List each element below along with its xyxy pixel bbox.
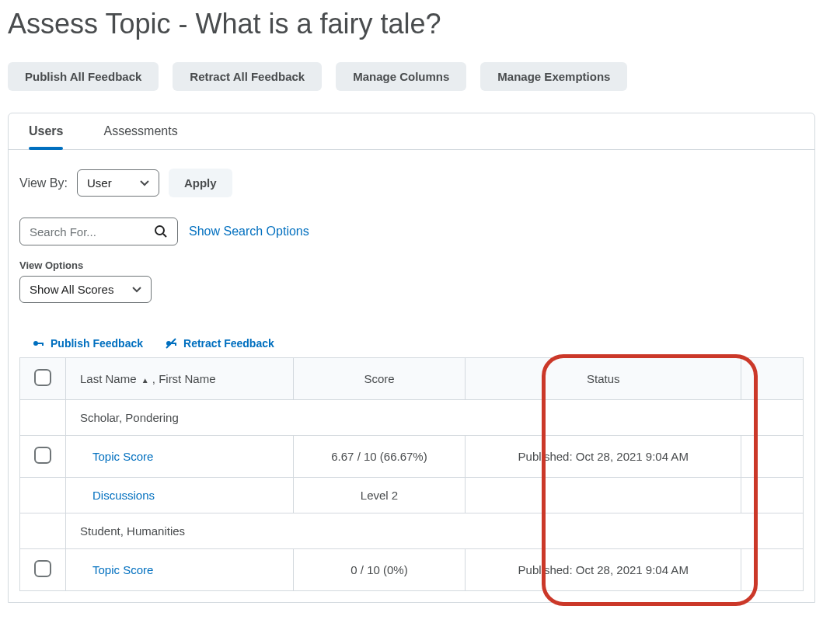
apply-button[interactable]: Apply [169,169,232,197]
header-checkbox-cell [20,358,66,400]
user-name-cell: Student, Humanities [66,513,804,549]
retract-all-feedback-button[interactable]: Retract All Feedback [173,62,322,91]
svg-point-0 [155,226,164,235]
table-row: Discussions Level 2 [20,478,804,513]
chevron-down-icon [132,287,141,293]
view-by-row: View By: User Apply [19,169,804,197]
row-checkbox[interactable] [34,560,51,577]
search-icon[interactable] [154,225,168,238]
table-row: Scholar, Pondering [20,400,804,436]
row-checkbox[interactable] [34,447,51,464]
header-name[interactable]: Last Name ▲ , First Name [66,358,294,400]
table-row: Topic Score 0 / 10 (0%) Published: Oct 2… [20,549,804,591]
tabs-bar: Users Assessments [9,113,814,150]
svg-line-1 [163,234,166,237]
topic-score-link[interactable]: Topic Score [92,450,153,463]
publish-all-feedback-button[interactable]: Publish All Feedback [8,62,159,91]
status-cell: Published: Oct 28, 2021 9:04 AM [466,549,741,591]
manage-exemptions-button[interactable]: Manage Exemptions [480,62,627,91]
topic-score-link[interactable]: Topic Score [92,563,153,576]
retract-feedback-link[interactable]: Retract Feedback [165,337,274,350]
search-input[interactable] [30,225,154,238]
assessment-table: Last Name ▲ , First Name Score Status Sc… [19,357,804,591]
view-options-label: View Options [19,259,804,271]
key-slash-icon [165,337,177,350]
search-box [19,218,178,245]
tab-body: View By: User Apply Show Search Options … [9,150,814,602]
header-score[interactable]: Score [293,358,466,400]
table-row: Topic Score 6.67 / 10 (66.67%) Published… [20,436,804,478]
svg-rect-7 [175,343,176,346]
assessment-table-wrap: Last Name ▲ , First Name Score Status Sc… [19,357,804,591]
tabs-container: Users Assessments View By: User Apply Sh… [8,113,815,603]
view-options-select[interactable]: Show All Scores [19,276,152,303]
page-title: Assess Topic - What is a fairy tale? [8,8,815,40]
select-all-checkbox[interactable] [34,369,51,386]
publish-feedback-label: Publish Feedback [51,337,143,350]
score-cell: 6.67 / 10 (66.67%) [293,436,466,478]
header-name-label: Last Name [80,372,137,385]
status-cell [466,478,741,513]
view-options-selected: Show All Scores [30,283,113,296]
key-icon [32,337,44,350]
manage-columns-button[interactable]: Manage Columns [336,62,466,91]
retract-feedback-label: Retract Feedback [183,337,274,350]
view-by-selected: User [87,176,112,190]
status-cell: Published: Oct 28, 2021 9:04 AM [466,436,741,478]
show-search-options-link[interactable]: Show Search Options [189,225,309,238]
search-row: Show Search Options [19,218,804,245]
view-by-label: View By: [19,176,68,190]
score-cell: 0 / 10 (0%) [293,549,466,591]
svg-rect-4 [42,343,44,346]
discussions-link[interactable]: Discussions [92,489,155,502]
feedback-actions: Publish Feedback Retract Feedback [19,337,804,350]
header-status[interactable]: Status [466,358,741,400]
chevron-down-icon [140,180,149,186]
score-cell: Level 2 [293,478,466,513]
tab-users[interactable]: Users [9,113,83,149]
user-name-cell: Scholar, Pondering [66,400,804,436]
tab-assessments[interactable]: Assessments [83,113,197,149]
action-button-bar: Publish All Feedback Retract All Feedbac… [8,62,815,91]
header-name-suffix: , First Name [152,372,216,385]
sort-asc-icon: ▲ [141,376,149,385]
header-empty [741,358,804,400]
table-row: Student, Humanities [20,513,804,549]
view-by-select[interactable]: User [77,169,159,197]
publish-feedback-link[interactable]: Publish Feedback [32,337,143,350]
